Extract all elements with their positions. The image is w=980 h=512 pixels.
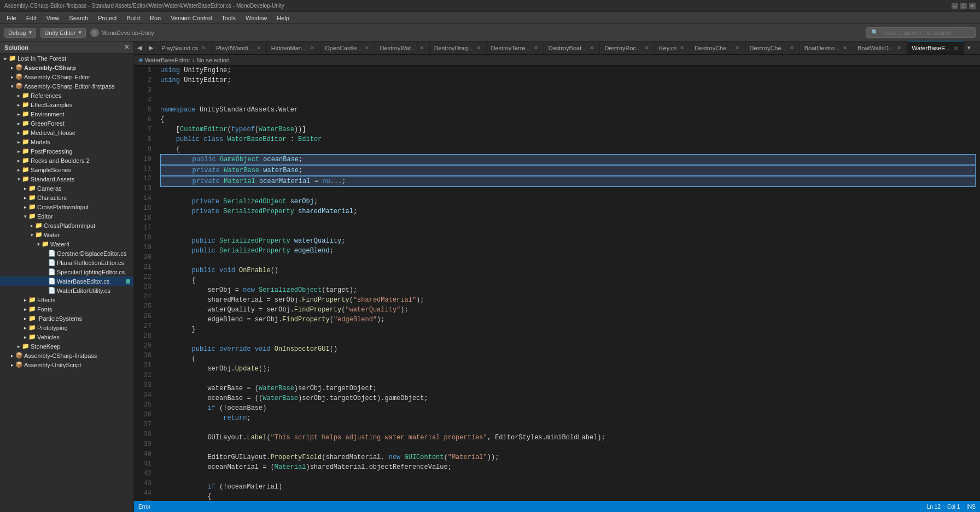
tab-label-destroyche2: DestroyChe... xyxy=(750,45,786,51)
tree-assembly-csharp-editor-firstpass[interactable]: ▾ 📦 Assembly-CSharp-Editor-firstpass xyxy=(0,81,133,91)
tab-playsound[interactable]: PlaySound.cs ✕ xyxy=(157,42,212,54)
tab-playifwandi[interactable]: PlayIfWandi... ✕ xyxy=(212,42,266,54)
tab-close-destroyche1[interactable]: ✕ xyxy=(734,45,740,51)
tree-samplescenes[interactable]: ▸ 📁 SampleScenes xyxy=(0,165,133,174)
menu-search[interactable]: Search xyxy=(65,14,92,22)
menu-version-control[interactable]: Version Control xyxy=(166,14,216,22)
menu-edit[interactable]: Edit xyxy=(22,14,41,22)
tab-hiddenman[interactable]: HiddenMan... ✕ xyxy=(267,42,320,54)
tab-destroyche1[interactable]: DestroyChe... ✕ xyxy=(690,42,745,54)
tab-close-destroyroc[interactable]: ✕ xyxy=(643,45,650,51)
tab-close-destroywat[interactable]: ✕ xyxy=(418,45,425,51)
editor-area: ◀ ▶ PlaySound.cs ✕ PlayIfWandi... ✕ Hidd… xyxy=(134,42,980,512)
tree-specular[interactable]: 📄 SpecularLightingEditor.cs xyxy=(0,267,133,276)
tab-destroydrag[interactable]: DestroyDrag... ✕ xyxy=(430,42,487,54)
tree-effects[interactable]: ▸ 📁 Effects xyxy=(0,295,133,304)
tab-close-destroyche2[interactable]: ✕ xyxy=(789,45,795,51)
toolbar-search-box[interactable]: 🔍 xyxy=(866,27,976,38)
tree-vehicles[interactable]: ▸ 📁 Vehicles xyxy=(0,332,133,342)
ln-12: 12 xyxy=(134,174,151,184)
tab-destroyterre[interactable]: DestroyTerre... ✕ xyxy=(487,42,544,54)
tree-standard-assets[interactable]: ▾ 📁 Standard Assets xyxy=(0,174,133,184)
tab-close-playsound[interactable]: ✕ xyxy=(200,45,207,51)
tab-close-playifwandi[interactable]: ✕ xyxy=(255,45,262,51)
search-input[interactable] xyxy=(881,30,971,36)
tree-greenforest[interactable]: ▸ 📁 GreenForest xyxy=(0,119,133,128)
tree-postprocessing[interactable]: ▸ 📁 PostProcessing xyxy=(0,146,133,156)
tab-close-keycs[interactable]: ✕ xyxy=(679,45,685,51)
menu-project[interactable]: Project xyxy=(94,14,121,22)
menu-view[interactable]: View xyxy=(42,14,64,22)
tab-boatwallsd[interactable]: BoatWallsD... ✕ xyxy=(853,42,907,54)
tree-acfirstpass[interactable]: ▸ 📦 Assembly-CSharp-firstpass xyxy=(0,351,133,360)
tab-close-destroyterre[interactable]: ✕ xyxy=(533,45,539,51)
tree-prototyping[interactable]: ▸ 📁 Prototyping xyxy=(0,323,133,332)
tab-overflow[interactable]: ▾ xyxy=(964,42,974,54)
tab-boatdestro[interactable]: BoatDestro... ✕ xyxy=(800,42,853,54)
menu-window[interactable]: Window xyxy=(241,14,271,22)
tree-models[interactable]: ▸ 📁 Models xyxy=(0,137,133,146)
code-line-3 xyxy=(160,85,976,95)
tree-environment[interactable]: ▸ 📁 Environment xyxy=(0,109,133,119)
tree-water[interactable]: ▾ 📁 Water xyxy=(0,230,133,239)
menu-run[interactable]: Run xyxy=(145,14,165,22)
menu-build[interactable]: Build xyxy=(122,14,144,22)
folder-icon-water: 📁 xyxy=(35,231,43,238)
tree-assembly-csharp-editor[interactable]: ▸ 📦 Assembly-CSharp-Editor xyxy=(0,72,133,81)
tab-nav-prev[interactable]: ◀ xyxy=(134,42,145,54)
tree-characters[interactable]: ▸ 📁 Characters xyxy=(0,193,133,202)
tree-planar[interactable]: 📄 PlanarReflectionEditor.cs xyxy=(0,258,133,267)
close-button[interactable]: ✕ xyxy=(969,3,976,9)
code-editor[interactable]: 1 2 3 4 5 6 7 8 9 10 11 12 13 14 15 16 1 xyxy=(134,66,980,501)
tree-rocks-boulders[interactable]: ▸ 📁 Rocks and Boulders 2 xyxy=(0,156,133,165)
tab-keycs[interactable]: Key.cs ✕ xyxy=(655,42,690,54)
minimize-button[interactable]: ─ xyxy=(952,3,958,9)
tree-waterutil[interactable]: 📄 WaterEditorUtility.cs xyxy=(0,286,133,295)
ln-6: 6 xyxy=(134,115,151,125)
code-line-22: { xyxy=(160,275,976,285)
debug-dropdown[interactable]: Debug ▼ xyxy=(4,28,36,38)
tree-cameras[interactable]: ▸ 📁 Cameras xyxy=(0,184,133,193)
menu-tools[interactable]: Tools xyxy=(217,14,240,22)
tree-water4[interactable]: ▾ 📁 Water4 xyxy=(0,239,133,249)
tab-destroyboat[interactable]: DestroyBoat... ✕ xyxy=(544,42,600,54)
tree-stonekeep[interactable]: ▸ 📁 StoneKeep xyxy=(0,342,133,351)
tab-nav-next[interactable]: ▶ xyxy=(145,42,157,54)
folder-icon-ref: 📁 xyxy=(22,92,30,99)
tab-close-opencastle[interactable]: ✕ xyxy=(364,45,370,51)
tree-gerstner[interactable]: 📄 GerstnerDisplaceEditor.cs xyxy=(0,249,133,258)
tab-close-destroydrag[interactable]: ✕ xyxy=(475,45,482,51)
tree-crossplatform[interactable]: ▸ 📁 CrossPlatformInput xyxy=(0,202,133,211)
tree-crossplatform2[interactable]: ▸ 📁 CrossPlatformInput xyxy=(0,221,133,230)
menu-help[interactable]: Help xyxy=(272,14,294,22)
tab-destroyche2[interactable]: DestroyChe... ✕ xyxy=(745,42,800,54)
tab-waterbasee[interactable]: WaterBaseE... ✕ xyxy=(907,42,964,54)
tab-close-destroyboat[interactable]: ✕ xyxy=(588,45,595,51)
tab-close-hiddenman[interactable]: ✕ xyxy=(309,45,316,51)
tree-assembly-csharp[interactable]: ▸ 📦 Assembly-CSharp xyxy=(0,63,133,72)
tab-close-waterbasee[interactable]: ✕ xyxy=(953,45,959,51)
tree-editor[interactable]: ▾ 📁 Editor xyxy=(0,211,133,221)
tab-destroywat[interactable]: DestroyWat... ✕ xyxy=(375,42,429,54)
tree-fonts[interactable]: ▸ 📁 Fonts xyxy=(0,304,133,314)
tree-particlesystems[interactable]: ▸ 📁 !ParticleSystems xyxy=(0,314,133,323)
ln-21: 21 xyxy=(134,262,151,272)
tab-close-boatwallsd[interactable]: ✕ xyxy=(896,45,902,51)
editor-dropdown-arrow: ▼ xyxy=(78,30,82,35)
tree-waterbaseeditor[interactable]: 📄 WaterBaseEditor.cs xyxy=(0,276,133,286)
tree-lost-in-forest[interactable]: ▸ 📁 Lost In The Forest xyxy=(0,54,133,63)
tab-opencastle[interactable]: OpenCastle... ✕ xyxy=(320,42,375,54)
tree-unityscript[interactable]: ▸ 📦 Assembly-UnityScript xyxy=(0,360,133,369)
editor-dropdown[interactable]: Unity Editor ▼ xyxy=(40,28,86,38)
folder-icon-mod: 📁 xyxy=(22,138,30,145)
solution-panel-close[interactable]: ✕ xyxy=(124,44,129,51)
folder-icon-cp: 📁 xyxy=(28,203,36,210)
menu-file[interactable]: File xyxy=(2,14,21,22)
tree-effectexamples[interactable]: ▸ 📁 EffectExamples xyxy=(0,100,133,109)
tab-destroyroc[interactable]: DestroyRoc... ✕ xyxy=(600,42,655,54)
tab-close-boatdestro[interactable]: ✕ xyxy=(842,45,848,51)
status-right: Ln 12 Col 1 INS xyxy=(927,504,976,510)
tree-medieval-house[interactable]: ▸ 📁 Medieval_House xyxy=(0,128,133,137)
maximize-button[interactable]: □ xyxy=(960,3,967,9)
tree-references[interactable]: ▸ 📁 References xyxy=(0,91,133,100)
